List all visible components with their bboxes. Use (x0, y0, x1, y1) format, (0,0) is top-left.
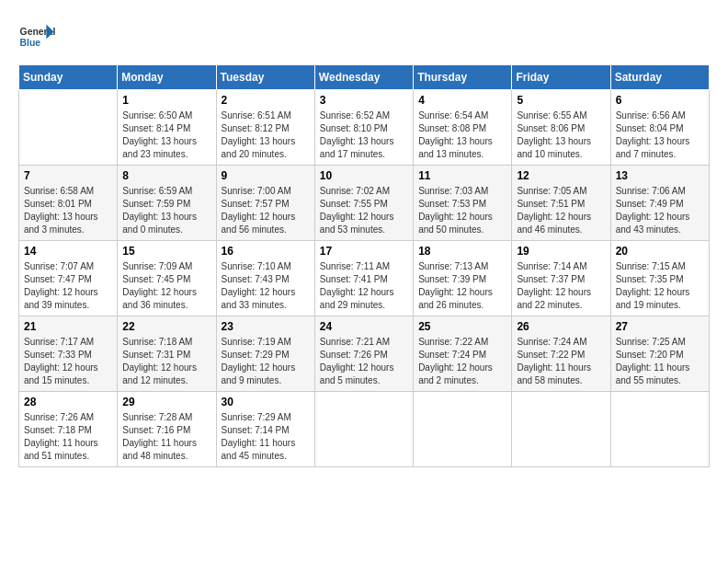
day-number: 2 (222, 94, 310, 107)
calendar-cell (512, 392, 610, 467)
calendar-cell: 18Sunrise: 7:13 AMSunset: 7:39 PMDayligh… (414, 241, 512, 316)
day-info: Sunrise: 7:07 AMSunset: 7:47 PMDaylight:… (24, 260, 112, 312)
day-number: 4 (418, 94, 506, 107)
calendar-cell: 2Sunrise: 6:51 AMSunset: 8:12 PMDaylight… (216, 90, 314, 166)
day-number: 21 (24, 320, 112, 333)
calendar-header: SundayMondayTuesdayWednesdayThursdayFrid… (19, 65, 710, 90)
day-info: Sunrise: 7:18 AMSunset: 7:31 PMDaylight:… (122, 336, 210, 387)
day-number: 13 (616, 169, 704, 182)
day-number: 19 (517, 245, 605, 258)
calendar-cell: 27Sunrise: 7:25 AMSunset: 7:20 PMDayligh… (610, 316, 709, 392)
day-info: Sunrise: 6:56 AMSunset: 8:04 PMDaylight:… (616, 109, 704, 161)
calendar-cell (314, 392, 413, 467)
calendar-cell: 25Sunrise: 7:22 AMSunset: 7:24 PMDayligh… (414, 316, 512, 392)
day-info: Sunrise: 6:58 AMSunset: 8:01 PMDaylight:… (24, 185, 112, 236)
day-info: Sunrise: 6:55 AMSunset: 8:06 PMDaylight:… (517, 109, 605, 161)
calendar-cell: 24Sunrise: 7:21 AMSunset: 7:26 PMDayligh… (314, 316, 413, 392)
day-info: Sunrise: 7:17 AMSunset: 7:33 PMDaylight:… (24, 336, 112, 387)
calendar-cell: 3Sunrise: 6:52 AMSunset: 8:10 PMDaylight… (314, 90, 413, 166)
day-info: Sunrise: 6:50 AMSunset: 8:14 PMDaylight:… (122, 109, 210, 161)
day-info: Sunrise: 7:02 AMSunset: 7:55 PMDaylight:… (320, 185, 408, 236)
svg-text:Blue: Blue (20, 38, 41, 48)
day-number: 25 (418, 320, 506, 333)
calendar-week-5: 28Sunrise: 7:26 AMSunset: 7:18 PMDayligh… (19, 392, 710, 467)
day-info: Sunrise: 7:14 AMSunset: 7:37 PMDaylight:… (517, 260, 605, 312)
day-number: 5 (517, 94, 605, 107)
day-info: Sunrise: 7:26 AMSunset: 7:18 PMDaylight:… (24, 411, 112, 463)
weekday-header-monday: Monday (118, 65, 216, 90)
day-info: Sunrise: 7:00 AMSunset: 7:57 PMDaylight:… (222, 185, 310, 236)
day-info: Sunrise: 7:19 AMSunset: 7:29 PMDaylight:… (222, 336, 310, 387)
day-info: Sunrise: 7:09 AMSunset: 7:45 PMDaylight:… (122, 260, 210, 312)
calendar-cell: 22Sunrise: 7:18 AMSunset: 7:31 PMDayligh… (118, 316, 216, 392)
calendar-cell (19, 90, 118, 166)
day-info: Sunrise: 7:21 AMSunset: 7:26 PMDaylight:… (320, 336, 408, 387)
day-number: 1 (122, 94, 210, 107)
day-number: 22 (122, 320, 210, 333)
weekday-header-wednesday: Wednesday (314, 65, 413, 90)
day-number: 6 (616, 94, 704, 107)
day-info: Sunrise: 7:03 AMSunset: 7:53 PMDaylight:… (418, 185, 506, 236)
day-info: Sunrise: 7:05 AMSunset: 7:51 PMDaylight:… (517, 185, 605, 236)
day-number: 10 (320, 169, 408, 182)
day-number: 16 (222, 245, 310, 258)
calendar-week-3: 14Sunrise: 7:07 AMSunset: 7:47 PMDayligh… (19, 241, 710, 316)
day-info: Sunrise: 6:51 AMSunset: 8:12 PMDaylight:… (222, 109, 310, 161)
calendar-table: SundayMondayTuesdayWednesdayThursdayFrid… (18, 64, 710, 467)
calendar-cell: 16Sunrise: 7:10 AMSunset: 7:43 PMDayligh… (216, 241, 314, 316)
day-number: 12 (517, 169, 605, 182)
calendar-cell: 1Sunrise: 6:50 AMSunset: 8:14 PMDaylight… (118, 90, 216, 166)
weekday-header-sunday: Sunday (19, 65, 118, 90)
calendar-cell: 19Sunrise: 7:14 AMSunset: 7:37 PMDayligh… (512, 241, 610, 316)
calendar-cell (610, 392, 709, 467)
calendar-cell: 17Sunrise: 7:11 AMSunset: 7:41 PMDayligh… (314, 241, 413, 316)
day-info: Sunrise: 7:25 AMSunset: 7:20 PMDaylight:… (616, 336, 704, 387)
calendar-cell: 23Sunrise: 7:19 AMSunset: 7:29 PMDayligh… (216, 316, 314, 392)
weekday-header-thursday: Thursday (414, 65, 512, 90)
calendar-cell: 11Sunrise: 7:03 AMSunset: 7:53 PMDayligh… (414, 166, 512, 241)
page-header: General Blue (18, 18, 710, 55)
day-info: Sunrise: 7:10 AMSunset: 7:43 PMDaylight:… (222, 260, 310, 312)
calendar-cell: 6Sunrise: 6:56 AMSunset: 8:04 PMDaylight… (610, 90, 709, 166)
day-info: Sunrise: 7:29 AMSunset: 7:14 PMDaylight:… (222, 411, 310, 463)
day-number: 3 (320, 94, 408, 107)
calendar-cell: 5Sunrise: 6:55 AMSunset: 8:06 PMDaylight… (512, 90, 610, 166)
day-info: Sunrise: 7:06 AMSunset: 7:49 PMDaylight:… (616, 185, 704, 236)
day-number: 17 (320, 245, 408, 258)
day-number: 26 (517, 320, 605, 333)
day-info: Sunrise: 6:54 AMSunset: 8:08 PMDaylight:… (418, 109, 506, 161)
day-number: 27 (616, 320, 704, 333)
day-number: 15 (122, 245, 210, 258)
calendar-cell: 4Sunrise: 6:54 AMSunset: 8:08 PMDaylight… (414, 90, 512, 166)
calendar-cell: 14Sunrise: 7:07 AMSunset: 7:47 PMDayligh… (19, 241, 118, 316)
calendar-cell: 29Sunrise: 7:28 AMSunset: 7:16 PMDayligh… (118, 392, 216, 467)
day-info: Sunrise: 6:59 AMSunset: 7:59 PMDaylight:… (122, 185, 210, 236)
day-number: 14 (24, 245, 112, 258)
calendar-cell: 13Sunrise: 7:06 AMSunset: 7:49 PMDayligh… (610, 166, 709, 241)
weekday-header-tuesday: Tuesday (216, 65, 314, 90)
calendar-cell (414, 392, 512, 467)
calendar-cell: 9Sunrise: 7:00 AMSunset: 7:57 PMDaylight… (216, 166, 314, 241)
day-info: Sunrise: 7:22 AMSunset: 7:24 PMDaylight:… (418, 336, 506, 387)
day-number: 28 (24, 396, 112, 408)
day-info: Sunrise: 7:13 AMSunset: 7:39 PMDaylight:… (418, 260, 506, 312)
day-info: Sunrise: 7:24 AMSunset: 7:22 PMDaylight:… (517, 336, 605, 387)
day-number: 30 (222, 396, 310, 408)
weekday-header-row: SundayMondayTuesdayWednesdayThursdayFrid… (19, 65, 710, 90)
calendar-body: 1Sunrise: 6:50 AMSunset: 8:14 PMDaylight… (19, 90, 710, 467)
day-number: 18 (418, 245, 506, 258)
calendar-cell: 12Sunrise: 7:05 AMSunset: 7:51 PMDayligh… (512, 166, 610, 241)
day-number: 24 (320, 320, 408, 333)
calendar-week-1: 1Sunrise: 6:50 AMSunset: 8:14 PMDaylight… (19, 90, 710, 166)
day-number: 23 (222, 320, 310, 333)
day-number: 29 (122, 396, 210, 408)
day-number: 20 (616, 245, 704, 258)
calendar-cell: 7Sunrise: 6:58 AMSunset: 8:01 PMDaylight… (19, 166, 118, 241)
calendar-week-4: 21Sunrise: 7:17 AMSunset: 7:33 PMDayligh… (19, 316, 710, 392)
day-number: 7 (24, 169, 112, 182)
day-info: Sunrise: 7:11 AMSunset: 7:41 PMDaylight:… (320, 260, 408, 312)
day-number: 11 (418, 169, 506, 182)
calendar-cell: 15Sunrise: 7:09 AMSunset: 7:45 PMDayligh… (118, 241, 216, 316)
day-info: Sunrise: 7:28 AMSunset: 7:16 PMDaylight:… (122, 411, 210, 463)
logo-icon: General Blue (18, 18, 55, 55)
